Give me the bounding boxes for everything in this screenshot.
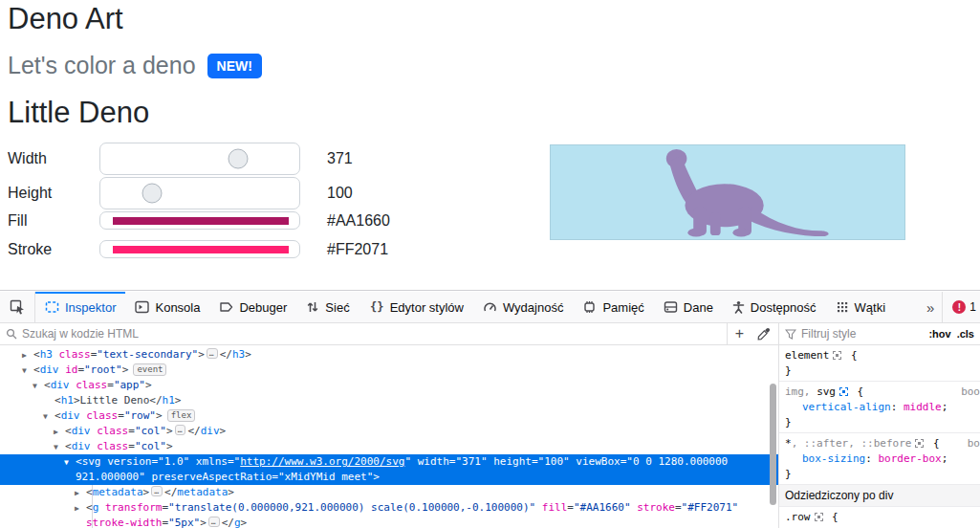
tree-node[interactable]: ▶<metadata>…</metadata> <box>0 485 778 500</box>
color-bar-fill[interactable] <box>99 211 300 230</box>
collapse-arrow-icon[interactable]: ▼ <box>22 363 27 379</box>
devtools-tabbar: InspektorKonsolaDebugerSieć{}Edytor styl… <box>0 292 980 323</box>
expand-arrow-icon[interactable]: ▶ <box>75 486 79 501</box>
colon: : <box>891 401 904 413</box>
tab-pami-[interactable]: Pamięć <box>573 292 653 322</box>
tab-label: Dane <box>684 300 713 315</box>
code-token: preserveAspectRatio <box>151 471 272 483</box>
deno-art-svg <box>551 145 904 239</box>
color-bar-fill <box>113 246 289 253</box>
tree-scrollbar[interactable] <box>770 384 776 528</box>
css-rules-list: element {}img, svg {boovertical-align: m… <box>779 345 980 528</box>
code-token: h1 <box>61 394 74 407</box>
slider-height[interactable] <box>99 177 300 209</box>
code-token: = <box>228 455 234 468</box>
css-declaration[interactable]: box-sizing: border-box; <box>785 451 980 467</box>
deno-controls: Width371Height100Fill#AA1660Stroke#FF207… <box>8 143 419 260</box>
tree-node[interactable]: ▼<div class="app"> <box>0 378 778 393</box>
code-token: > <box>198 348 205 361</box>
expand-arrow-icon[interactable]: ▶ <box>54 425 58 440</box>
code-token: version <box>107 455 151 468</box>
collapse-arrow-icon[interactable]: ▼ <box>43 409 48 425</box>
accessibility-icon <box>732 300 745 314</box>
tree-node[interactable]: ▶<g transform="translate(0.000000,921.00… <box>0 500 778 528</box>
css-declaration[interactable]: vertical-align: middle; <box>785 400 980 415</box>
property-name: vertical-align <box>802 401 891 413</box>
code-token: div <box>40 363 59 376</box>
error-count[interactable]: 1 <box>969 300 976 314</box>
code-token: svg <box>82 455 101 468</box>
code-token: < <box>86 486 93 498</box>
slider-thumb[interactable] <box>142 184 163 204</box>
tab-dane[interactable]: Dane <box>654 292 723 322</box>
rule-selector-line[interactable]: element { <box>785 348 980 363</box>
property-value: middle <box>904 401 942 413</box>
tree-node[interactable]: <h1>Little Deno</h1> <box>0 393 778 408</box>
selector: svg <box>817 385 836 398</box>
stylesheet-source-link[interactable]: boo <box>961 385 980 400</box>
collapse-arrow-icon[interactable]: ▼ <box>64 455 69 471</box>
tree-node[interactable]: ▼<div class="row">flex <box>0 408 778 424</box>
network-icon <box>306 300 319 314</box>
highlight-selector-icon[interactable] <box>839 387 848 396</box>
slider-thumb[interactable] <box>228 149 248 169</box>
code-token <box>189 455 196 468</box>
code-token: < <box>54 394 61 407</box>
eyedropper-icon[interactable] <box>757 327 771 341</box>
code-token: = <box>272 471 278 483</box>
collapse-arrow-icon[interactable]: ▼ <box>33 379 37 394</box>
code-token: < <box>33 363 40 376</box>
pseudo-class-toggle[interactable]: :hov <box>928 328 950 340</box>
code-token: > <box>220 425 227 437</box>
control-label: Height <box>8 185 99 202</box>
filter-styles-input[interactable] <box>801 327 923 341</box>
highlight-selector-icon[interactable] <box>815 513 823 521</box>
stylesheet-source-link[interactable]: bo <box>968 436 980 451</box>
page-subtitle-row: Let's color a deno NEW! <box>8 52 262 79</box>
slider-width[interactable] <box>99 143 300 175</box>
search-html-input[interactable] <box>22 327 727 341</box>
color-bar-stroke[interactable] <box>99 240 300 258</box>
tab-edytor-styl-w[interactable]: {}Edytor stylów <box>359 292 473 322</box>
class-toggle[interactable]: .cls <box>957 328 974 340</box>
tab-wydajno-[interactable]: Wydajność <box>473 292 573 322</box>
markup-toolbar: + <box>727 323 778 344</box>
performance-icon <box>483 300 497 314</box>
code-token: "100" <box>538 455 570 468</box>
selector: element <box>785 349 829 362</box>
code-token: viewBox <box>576 455 620 468</box>
tree-node-selected[interactable]: ▼<svg version="1.0" xmlns="http://www.w3… <box>0 454 778 485</box>
tab-dost-pno-[interactable]: Dostępność <box>723 292 826 322</box>
more-tabs-button[interactable]: » <box>919 292 942 322</box>
css-rule: img, svg {boovertical-align: middle;} <box>779 382 980 433</box>
expand-arrow-icon[interactable]: ▶ <box>75 501 79 517</box>
pick-element-button[interactable] <box>0 292 35 322</box>
highlight-selector-icon[interactable] <box>833 351 841 360</box>
tree-node[interactable]: ▶<div class="col">…</div> <box>0 424 778 439</box>
tree-node[interactable]: ▼<div class="col"> <box>0 439 778 454</box>
code-token: > <box>166 440 173 452</box>
tree-node[interactable]: ▶<h3 class="text-secondary">…</h3> <box>0 347 778 363</box>
tab-sie-[interactable]: Sieć <box>296 292 359 322</box>
collapse-arrow-icon[interactable]: ▼ <box>54 440 58 455</box>
expand-arrow-icon[interactable]: ▶ <box>22 348 27 363</box>
code-token: < <box>76 455 82 468</box>
rule-selector-line[interactable]: .row { <box>785 510 980 525</box>
code-token: "col" <box>135 440 166 452</box>
tab-inspektor[interactable]: Inspektor <box>35 292 125 322</box>
code-token: < <box>54 409 61 422</box>
code-token: "translate(0.000000,921.000000) scale(0.… <box>168 501 535 514</box>
rule-selector-line[interactable]: img, svg { <box>785 385 980 400</box>
tree-scrollbar-thumb[interactable] <box>770 384 776 505</box>
code-token: stroke <box>637 501 675 514</box>
code-token: > <box>143 486 150 498</box>
tree-node[interactable]: ▼<div id="root">event <box>0 363 778 378</box>
tab-w-tki[interactable]: Wątki <box>826 292 896 322</box>
add-node-button[interactable]: + <box>735 326 744 341</box>
code-token: "app" <box>114 379 145 391</box>
rule-selector-line[interactable]: *, ::after, ::before { <box>785 436 980 451</box>
tab-debuger[interactable]: Debuger <box>209 292 296 322</box>
highlight-selector-icon[interactable] <box>915 439 924 448</box>
tab-konsola[interactable]: Konsola <box>125 292 209 322</box>
error-badge-icon[interactable]: ! <box>952 300 966 314</box>
